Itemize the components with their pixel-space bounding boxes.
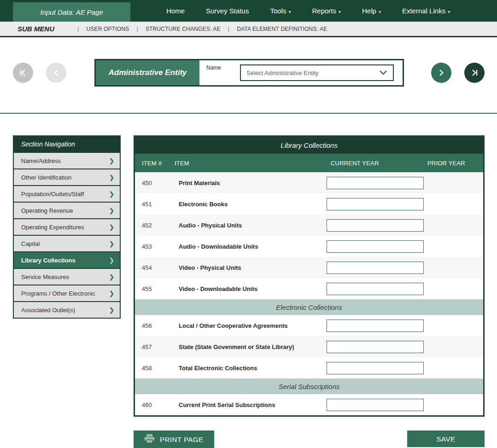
- nav-item[interactable]: Home▾: [166, 7, 185, 15]
- sub-menu-bar: SUB MENU |USER OPTIONS |STRUCTURE CHANGE…: [0, 22, 497, 37]
- sidebar-item[interactable]: Capital ❯: [14, 235, 120, 251]
- printer-icon: [145, 434, 154, 444]
- sidebar-item[interactable]: Operating Expenditures ❯: [14, 218, 120, 235]
- current-year-input[interactable]: [327, 399, 424, 411]
- item-number: 452: [135, 222, 172, 229]
- current-year-input[interactable]: [327, 219, 424, 232]
- submenu-separator: |: [137, 25, 138, 32]
- table-section-header: Serial Subscriptions: [135, 378, 483, 394]
- column-header: ITEM #: [135, 160, 172, 167]
- submenu-separator: |: [77, 25, 79, 32]
- chevron-right-icon: ❯: [109, 191, 114, 198]
- sidebar-item[interactable]: Library Collections ❯: [14, 251, 120, 268]
- current-year-input[interactable]: [327, 362, 424, 374]
- table-row: 453 Audio - Downloadable Units: [135, 236, 483, 257]
- sidebar-title: Section Navigation: [14, 136, 120, 152]
- submenu-title: SUB MENU: [18, 25, 54, 33]
- item-number: 456: [135, 322, 172, 329]
- item-label: Current Print Serial Subscriptions: [172, 401, 324, 408]
- table-row: 452 Audio - Physical Units: [135, 215, 483, 236]
- current-year-input[interactable]: [327, 198, 424, 210]
- item-label: Total Electronic Collections: [172, 365, 324, 372]
- dropdown-caret-icon: ▾: [339, 9, 341, 14]
- dropdown-caret-icon: ▾: [448, 9, 450, 14]
- item-label: Electronic Books: [172, 201, 324, 208]
- chevron-right-icon: ❯: [109, 174, 114, 181]
- current-year-input[interactable]: [327, 341, 424, 353]
- nav-item[interactable]: Reports▾: [312, 7, 341, 15]
- item-label: Local / Other Cooperative Agreements: [172, 322, 324, 329]
- item-number: 455: [135, 285, 172, 292]
- print-page-button[interactable]: PRINT PAGE: [134, 431, 214, 448]
- item-number: 450: [135, 180, 172, 186]
- top-nav-bar: Input Data: AE Page Home▾ Survey Status▾…: [0, 0, 497, 22]
- last-record-button[interactable]: [464, 63, 485, 83]
- item-number: 457: [135, 343, 172, 350]
- table-row: 456 Local / Other Cooperative Agreements: [135, 315, 483, 336]
- table-row: 455 Video - Downloadable Units: [135, 278, 483, 299]
- sidebar-item[interactable]: Associated Outlet(s) ❯: [14, 301, 120, 318]
- dropdown-caret-icon: ▾: [379, 9, 381, 14]
- chevron-right-icon: ❯: [109, 273, 114, 280]
- item-number: 458: [135, 365, 172, 372]
- submenu-item[interactable]: STRUCTURE CHANGES: AE: [146, 26, 221, 32]
- active-tab-input-data-ae[interactable]: Input Data: AE Page: [13, 2, 130, 22]
- entity-selector-band: Administrative Entity Name Select Admini…: [0, 37, 497, 114]
- item-label: Video - Physical Units: [172, 264, 324, 271]
- item-number: 451: [135, 201, 172, 208]
- item-number: 453: [135, 243, 172, 250]
- nav-item[interactable]: Help▾: [362, 7, 381, 15]
- chevron-right-icon: ❯: [109, 157, 114, 164]
- next-record-button[interactable]: [431, 63, 451, 83]
- item-number: 460: [135, 401, 172, 408]
- previous-record-icon: [53, 69, 59, 76]
- submenu-item[interactable]: DATA ELEMENT DEFINITIONS: AE: [237, 26, 327, 32]
- sidebar-item[interactable]: Other Identification ❯: [14, 169, 120, 185]
- next-record-icon: [439, 69, 444, 76]
- last-record-icon: [470, 69, 479, 76]
- item-label: Audio - Physical Units: [172, 222, 324, 229]
- sidebar-item[interactable]: Population/Outlets/Staff ❯: [14, 185, 120, 202]
- current-year-input[interactable]: [327, 240, 424, 253]
- column-header: CURRENT YEAR: [324, 160, 427, 167]
- item-number: 454: [135, 264, 172, 271]
- chevron-right-icon: ❯: [109, 307, 114, 314]
- sidebar-item[interactable]: Service Measures ❯: [14, 268, 120, 285]
- library-collections-table: Library Collections ITEM # ITEM CURRENT …: [134, 135, 485, 417]
- previous-record-button[interactable]: [46, 63, 66, 83]
- dropdown-caret-icon: ▾: [288, 9, 291, 14]
- table-row: 460 Current Print Serial Subscriptions: [135, 394, 483, 415]
- entity-name-label: Name: [206, 64, 240, 85]
- table-row: 451 Electronic Books: [135, 193, 483, 215]
- administrative-entity-select[interactable]: Select Administrative Entity: [240, 64, 394, 81]
- nav-item[interactable]: External Links▾: [402, 7, 450, 15]
- chevron-right-icon: ❯: [109, 290, 114, 297]
- table-section-header: Electronic Collections: [135, 299, 483, 315]
- current-year-input[interactable]: [327, 320, 424, 332]
- table-title: Library Collections: [135, 137, 483, 154]
- sidebar-item[interactable]: Name/Address ❯: [14, 152, 120, 169]
- submenu-item[interactable]: USER OPTIONS: [86, 26, 129, 32]
- current-year-input[interactable]: [327, 177, 424, 189]
- first-record-button[interactable]: [13, 63, 33, 83]
- sidebar-item[interactable]: Programs / Other Electronic ❯: [14, 285, 120, 301]
- save-button[interactable]: SAVE: [407, 431, 485, 447]
- current-year-input[interactable]: [327, 262, 424, 274]
- table-header-row: ITEM # ITEM CURRENT YEAR PRIOR YEAR: [135, 154, 483, 172]
- chevron-right-icon: ❯: [109, 207, 114, 214]
- nav-item[interactable]: Survey Status▾: [206, 7, 249, 15]
- submenu-items: |USER OPTIONS |STRUCTURE CHANGES: AE |DA…: [70, 25, 327, 32]
- section-navigation-sidebar: Section Navigation Name/Address ❯ Other …: [13, 135, 121, 319]
- sidebar-item[interactable]: Operating Revenue ❯: [14, 202, 120, 218]
- nav-links: Home▾ Survey Status▾ Tools▾ Reports▾ Hel…: [166, 0, 450, 22]
- chevron-right-icon: ❯: [109, 224, 114, 231]
- nav-item[interactable]: Tools▾: [270, 7, 291, 15]
- entity-panel-title: Administrative Entity: [96, 60, 199, 85]
- table-row: 458 Total Electronic Collections: [135, 357, 483, 378]
- table-row: 454 Video - Physical Units: [135, 257, 483, 278]
- current-year-input[interactable]: [327, 283, 424, 295]
- item-label: Video - Downloadable Units: [172, 285, 324, 292]
- submenu-separator: |: [228, 25, 229, 32]
- table-row: 450 Print Materials: [135, 172, 483, 193]
- item-label: Audio - Downloadable Units: [172, 243, 324, 250]
